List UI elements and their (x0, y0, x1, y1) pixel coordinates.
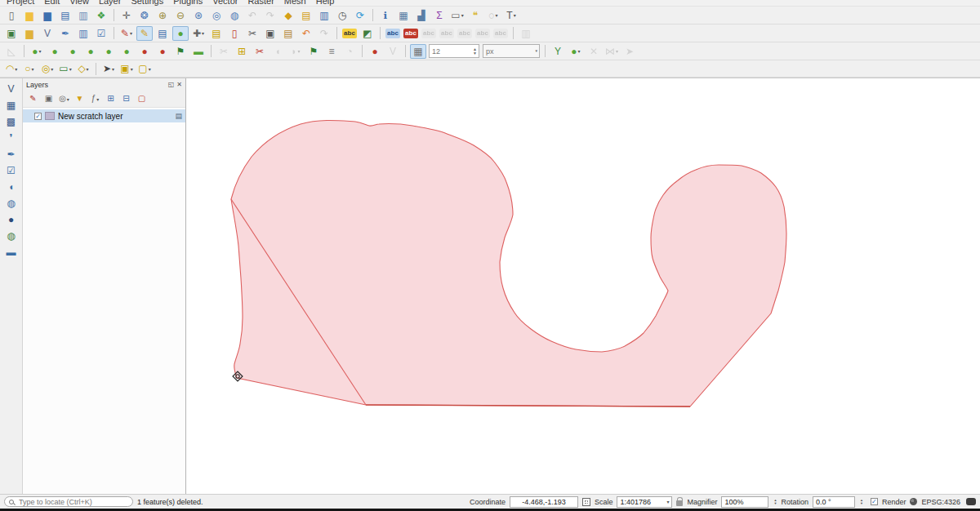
menu-edit[interactable]: Edit (41, 0, 66, 6)
copy-features-button[interactable]: ▣ (262, 26, 278, 41)
crs-value[interactable]: EPSG:4326 (921, 498, 960, 506)
open-attribute-table-button[interactable]: ▦ (395, 8, 412, 23)
locator-search[interactable] (4, 496, 133, 507)
memory-layer-indicator-icon[interactable]: ▤ (175, 113, 182, 120)
add-oracle-layer-button[interactable]: ▬ (3, 245, 20, 260)
statistical-summary-button[interactable]: ▟ (413, 8, 430, 23)
menu-mesh[interactable]: Mesh (281, 0, 313, 6)
remove-layer-button[interactable]: ▢ (135, 92, 149, 105)
undo-button[interactable]: ↶ (298, 26, 314, 41)
offset-point-symbols-button[interactable]: ≡ (323, 44, 340, 59)
zoom-search-button[interactable]: ◌▾ (485, 8, 501, 23)
delete-selected-button[interactable]: ▯ (226, 26, 243, 41)
zoom-full-button[interactable]: ⊛ (190, 8, 207, 23)
split-parts-button[interactable]: ✂ (252, 44, 268, 59)
stream-tolerance-value[interactable]: 12▲▼ (429, 44, 479, 58)
zoom-out-button[interactable]: ⊖ (172, 8, 189, 23)
menu-layer[interactable]: Layer (96, 0, 128, 6)
add-circle-button[interactable]: ○▾ (21, 61, 38, 76)
add-spatialite-layer-button[interactable]: ✒ (3, 147, 20, 162)
filter-legend-button[interactable]: ▼ (73, 92, 87, 105)
map-canvas[interactable] (186, 78, 980, 494)
pan-to-selection-button[interactable]: ❂ (136, 8, 153, 23)
magnifier-input[interactable]: 100% (721, 496, 768, 508)
stream-tolerance-units[interactable]: px▾ (483, 44, 540, 58)
delete-ring-button[interactable]: ● (136, 44, 153, 59)
scratch-polygon[interactable] (231, 121, 786, 407)
show-bookmark-manager-button[interactable]: ▥ (316, 8, 332, 23)
open-layer-styling-button[interactable]: ✎ (26, 92, 40, 105)
layer-labeling-button[interactable]: abc (341, 26, 358, 41)
menu-help[interactable]: Help (313, 0, 341, 6)
zoom-in-button[interactable]: ⊕ (154, 8, 171, 23)
enable-tracing-button[interactable]: Y (550, 44, 566, 59)
delete-annotation-button[interactable]: ▢▾ (136, 61, 153, 76)
select-features-by-area-button[interactable]: ➤▾ (100, 61, 117, 76)
add-arcgis-rest-layer-button[interactable]: ● (3, 212, 20, 227)
save-layer-edits-button[interactable]: ▤ (154, 26, 171, 41)
magnifier-spinner[interactable]: ▲▼ (773, 499, 777, 505)
vertex-tool-button[interactable]: ✚▾ (190, 26, 207, 41)
temporal-controller-button[interactable]: ◷ (334, 8, 350, 23)
locator-input[interactable] (17, 497, 115, 507)
chevron-down-icon[interactable]: ▾ (535, 49, 537, 53)
crs-globe-icon[interactable] (910, 498, 917, 505)
render-checkbox[interactable]: ✓ (871, 498, 878, 505)
rotation-input[interactable]: 0.0 ° (813, 496, 855, 508)
delete-part-button[interactable]: ● (154, 44, 171, 59)
menu-raster[interactable]: Raster (244, 0, 280, 6)
style-manager-button[interactable]: ❖ (93, 8, 109, 23)
panel-dock-icon[interactable]: ◱ (168, 82, 175, 88)
new-shapefile-layer-button[interactable]: ▆ (21, 26, 38, 41)
new-print-layout-button[interactable]: ▤ (57, 8, 74, 23)
toggle-extents-icon[interactable] (582, 498, 590, 506)
vertex-editor-button[interactable]: ⊞ (234, 44, 250, 59)
add-group-button[interactable]: ▣ (42, 92, 56, 105)
cut-features-button[interactable]: ✂ (244, 26, 261, 41)
coordinate-input[interactable]: -4.468,-1.193 (510, 496, 578, 508)
move-feature-button[interactable]: ●▾ (29, 44, 45, 59)
menu-plugins[interactable]: Plugins (170, 0, 209, 6)
add-vector-layer-button[interactable]: V (3, 82, 20, 96)
fill-ring-button[interactable]: ● (118, 44, 135, 59)
measure-line-button[interactable]: ▭▾ (449, 8, 466, 23)
zoom-to-selection-button[interactable]: ◎ (208, 8, 225, 23)
highlight-pinned-labels-button[interactable]: abc (403, 26, 419, 41)
identify-features-button[interactable]: ℹ (377, 8, 394, 23)
add-mesh-layer-button[interactable]: ▩ (3, 114, 20, 129)
add-ring-button[interactable]: ● (82, 44, 99, 59)
menu-project[interactable]: Project (3, 0, 41, 6)
snapping-options-button[interactable]: ● (367, 44, 383, 59)
map-tips-button[interactable]: ❝ (467, 8, 483, 23)
add-regular-polygon-button[interactable]: ◇▾ (75, 61, 91, 76)
messages-icon[interactable] (966, 498, 976, 505)
menu-view[interactable]: View (66, 0, 96, 6)
layer-visibility-checkbox[interactable]: ✓ (34, 113, 42, 120)
new-gpx-layer-button[interactable]: ✒ (57, 26, 74, 41)
menu-settings[interactable]: Settings (127, 0, 170, 6)
add-circular-string-button[interactable]: ◠▾ (3, 61, 20, 76)
scale-combo[interactable]: 1:401786 ▾ (617, 496, 672, 508)
show-spatial-bookmarks-button[interactable]: ▤ (298, 8, 314, 23)
trace-settings-button[interactable]: ●▾ (568, 44, 584, 59)
add-part-button[interactable]: ● (100, 44, 117, 59)
add-rectangle-button[interactable]: ▭▾ (57, 61, 74, 76)
refresh-map-button[interactable]: ⟳ (352, 8, 368, 23)
pan-map-button[interactable]: ✛ (118, 8, 135, 23)
paste-features-button[interactable]: ▤ (280, 26, 296, 41)
new-memory-layer-button[interactable]: ☑ (93, 26, 109, 41)
new-project-button[interactable]: ▯ (3, 8, 20, 23)
pin-labels-button[interactable]: abc (385, 26, 401, 41)
simplify-feature-button[interactable]: ● (65, 44, 81, 59)
show-layout-manager-button[interactable]: ▥ (75, 8, 91, 23)
reshape-features-button[interactable]: ▬ (190, 44, 207, 59)
advanced-digitizing-panel-button[interactable]: ▦ (410, 44, 426, 59)
add-virtual-layer-button[interactable]: ☑ (3, 163, 20, 178)
manage-map-themes-button[interactable]: ◎▾ (57, 92, 71, 105)
modify-attributes-button[interactable]: ▤ (208, 26, 225, 41)
add-ellipse-button[interactable]: ◎▾ (39, 61, 56, 76)
add-wfs-layer-button[interactable]: ◍ (3, 229, 20, 243)
rotation-spinner[interactable]: ▲▼ (860, 499, 863, 505)
lock-scale-icon[interactable] (676, 500, 683, 506)
rotate-point-symbols-button[interactable]: ⚑ (305, 44, 322, 59)
